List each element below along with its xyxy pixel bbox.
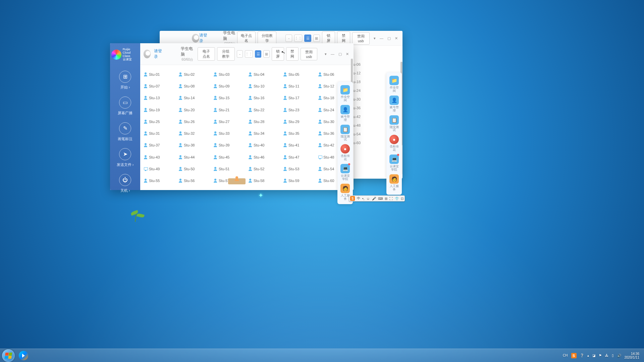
student-item[interactable]: Stu-10 bbox=[248, 82, 280, 90]
panel-account[interactable]: 👤账号管理 bbox=[388, 96, 400, 113]
student-item[interactable]: Stu-13 bbox=[144, 94, 176, 102]
maximize-button[interactable]: ▢ bbox=[387, 37, 391, 40]
view-detail-button[interactable]: ⋮⋮ bbox=[245, 50, 253, 58]
ime-box-icon[interactable]: ⛶ bbox=[389, 197, 393, 200]
group-teach-button[interactable]: 分组教学 bbox=[258, 32, 276, 45]
student-item[interactable]: Stu-08 bbox=[178, 82, 211, 90]
student-item[interactable]: Stu-27 bbox=[213, 118, 246, 125]
student-item[interactable]: Stu-02 bbox=[178, 70, 211, 78]
view-detail-button[interactable]: ⋮⋮ bbox=[294, 35, 302, 42]
student-item[interactable]: Stu-25 bbox=[144, 118, 176, 125]
tray-clock[interactable]: 14:36 2020/1/11 bbox=[625, 352, 640, 359]
student-item[interactable]: Stu-07 bbox=[144, 82, 176, 90]
close-button[interactable]: ✕ bbox=[395, 37, 398, 40]
ime-skin-icon[interactable]: 👕 bbox=[395, 197, 399, 200]
taskbar-tencent-video[interactable] bbox=[17, 350, 30, 361]
student-item[interactable]: Stu-03 bbox=[213, 70, 246, 78]
login-link[interactable]: 请登录 bbox=[154, 48, 164, 60]
panel-homework[interactable]: 📁作业空间 bbox=[339, 85, 351, 102]
panel-drum[interactable]: ●击鼓传花 bbox=[388, 135, 400, 152]
zoom-out-button[interactable]: - bbox=[285, 35, 292, 42]
student-item[interactable]: Stu-38 bbox=[178, 141, 211, 149]
block-usb-button[interactable]: 禁用usb bbox=[352, 32, 370, 45]
student-item[interactable]: Stu-22 bbox=[248, 106, 280, 114]
student-item[interactable]: Stu-45 bbox=[213, 153, 246, 161]
tray-volume-icon[interactable]: 🔊 bbox=[617, 354, 621, 357]
block-net-button[interactable]: 禁网 bbox=[286, 47, 299, 61]
panel-support[interactable]: 🧑人工服务 bbox=[388, 174, 400, 191]
sidebar-start[interactable]: ⊞ 开始 › bbox=[113, 67, 137, 93]
student-item[interactable]: Stu-05 bbox=[283, 70, 315, 78]
student-item[interactable]: Stu-39 bbox=[213, 141, 246, 149]
student-item[interactable]: Stu-01 bbox=[144, 70, 176, 78]
student-item[interactable]: Stu-53 bbox=[283, 165, 315, 173]
student-item[interactable]: Stu-09 bbox=[213, 82, 246, 90]
start-button[interactable] bbox=[2, 349, 15, 362]
student-item[interactable]: Stu-55 bbox=[144, 177, 176, 185]
panel-quiz[interactable]: 📋随堂测试 bbox=[388, 115, 400, 132]
ime-sogou-icon[interactable]: S bbox=[350, 196, 355, 201]
panel-quiz[interactable]: 📋随堂测试 bbox=[339, 125, 351, 142]
student-item[interactable]: Stu-26 bbox=[178, 118, 211, 125]
panel-homework[interactable]: 📁作业空间 bbox=[388, 76, 400, 93]
group-teach-button[interactable]: 分组教学 bbox=[217, 47, 235, 61]
block-net-button[interactable]: 禁网 bbox=[337, 32, 350, 45]
ime-toolbar[interactable]: S 中 •, ☺ 🎤 ⌨ ⊞ ⛶ 👕 ⊡ bbox=[349, 195, 405, 201]
ime-menu-icon[interactable]: ⊡ bbox=[401, 197, 404, 200]
student-item[interactable]: Stu-40 bbox=[248, 141, 280, 149]
student-item[interactable]: Stu-41 bbox=[283, 141, 315, 149]
student-item[interactable]: Stu-44 bbox=[178, 153, 211, 161]
student-item[interactable]: Stu-43 bbox=[144, 153, 176, 161]
student-item[interactable]: Stu-59 bbox=[283, 177, 315, 185]
student-item[interactable]: Stu-15 bbox=[213, 94, 246, 102]
dropdown-icon[interactable]: ▾ bbox=[374, 37, 376, 40]
student-item[interactable]: Stu-20 bbox=[178, 106, 211, 114]
panel-academy[interactable]: 💻云课堂学院 bbox=[388, 155, 400, 172]
student-item[interactable]: Stu-50 bbox=[178, 165, 211, 173]
sidebar-broadcast[interactable]: ▭ 屏幕广播 bbox=[113, 93, 137, 119]
close-button[interactable]: ✕ bbox=[346, 52, 349, 56]
student-item[interactable]: Stu-19 bbox=[144, 106, 176, 114]
student-item[interactable]: Stu-37 bbox=[144, 141, 176, 149]
student-item[interactable]: Stu-51 bbox=[213, 165, 246, 173]
tray-lang[interactable]: CH bbox=[563, 354, 568, 357]
view-list-button[interactable]: ☰ bbox=[255, 50, 261, 58]
student-item[interactable]: Stu-35 bbox=[283, 129, 315, 137]
student-item[interactable]: Stu-16 bbox=[248, 94, 280, 102]
tray-network-icon[interactable]: 🖧 bbox=[605, 354, 608, 357]
lock-screen-button[interactable]: 锁屏 bbox=[322, 32, 335, 45]
student-item[interactable]: Stu-29 bbox=[283, 118, 315, 125]
ime-lang[interactable]: 中 bbox=[357, 196, 360, 201]
minimize-button[interactable]: — bbox=[331, 52, 334, 56]
student-item[interactable]: Stu-49 bbox=[144, 165, 176, 173]
tray-flag-icon[interactable]: ⚑ bbox=[599, 354, 602, 357]
student-item[interactable]: Stu-47 bbox=[283, 153, 315, 161]
student-item[interactable]: Stu-31 bbox=[144, 129, 176, 137]
minimize-button[interactable]: — bbox=[380, 37, 383, 40]
panel-academy[interactable]: 💻云课堂学院 bbox=[339, 164, 351, 181]
student-item[interactable]: Stu-52 bbox=[248, 165, 280, 173]
sidebar-shutdown[interactable]: ⏻ 关机 › bbox=[113, 171, 137, 196]
tray-help-icon[interactable]: ❔ bbox=[580, 354, 584, 357]
student-item[interactable]: Stu-33 bbox=[213, 129, 246, 137]
dropdown-icon[interactable]: ▾ bbox=[325, 52, 327, 56]
student-item[interactable]: Stu-11 bbox=[283, 82, 315, 90]
view-grid-button[interactable]: ⊞ bbox=[313, 35, 320, 42]
student-item[interactable]: Stu-46 bbox=[248, 153, 280, 161]
tray-shield-icon[interactable]: ◪ bbox=[592, 354, 595, 357]
student-item[interactable]: Stu-17 bbox=[283, 94, 315, 102]
view-grid-button[interactable]: ⊞ bbox=[263, 50, 270, 58]
roll-call-button[interactable]: 电子点名 bbox=[237, 32, 256, 45]
login-link[interactable]: 请登录 bbox=[199, 33, 210, 44]
student-item[interactable]: Stu-34 bbox=[248, 129, 280, 137]
student-item[interactable]: Stu-14 bbox=[178, 94, 211, 102]
tray-chevron-up-icon[interactable]: ▴ bbox=[587, 354, 589, 357]
sidebar-send-file[interactable]: ➤ 发送文件 › bbox=[113, 145, 137, 171]
view-list-button[interactable]: ☰ bbox=[304, 35, 311, 42]
block-usb-button[interactable]: 禁用usb bbox=[301, 48, 317, 60]
zoom-out-button[interactable]: - bbox=[237, 50, 243, 58]
student-item[interactable]: Stu-28 bbox=[248, 118, 280, 125]
tray-sogou-icon[interactable]: S bbox=[571, 353, 577, 358]
ime-punct-icon[interactable]: •, bbox=[362, 197, 364, 200]
taskbar[interactable]: CH S ❔ ▴ ◪ ⚑ 🖧 ▯ 🔊 14:36 2020/1/11 bbox=[0, 349, 644, 362]
